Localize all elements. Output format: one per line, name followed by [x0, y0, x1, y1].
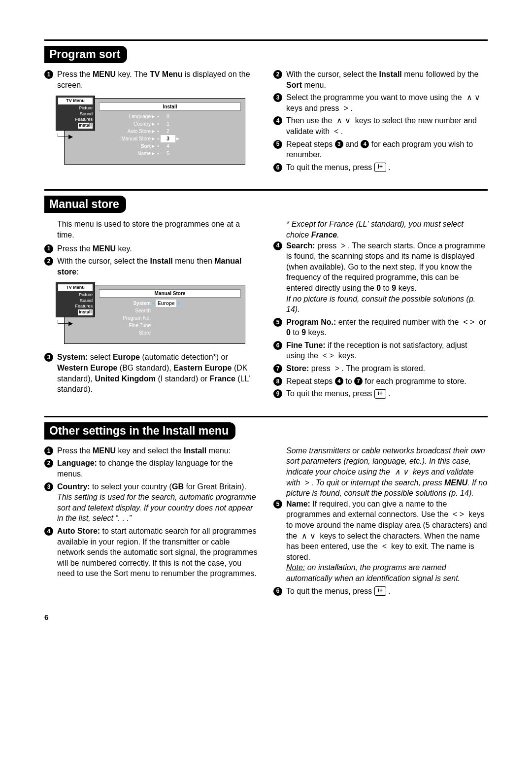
os-step-6: 6 To quit the menus, press i+ . [273, 586, 488, 597]
other-settings-title: Other settings in the Install menu [44, 422, 235, 440]
ps-step-2: 2With the cursor, select the Install men… [273, 69, 488, 90]
ms-step-4: 4 Search: press > . The search starts. O… [273, 240, 488, 315]
os-step-2: 2Language: to change the display languag… [44, 458, 259, 479]
ms-intro: This menu is used to store the programme… [57, 219, 259, 240]
manual-store-title: Manual store [44, 196, 126, 213]
ms-step-9: 9 To quit the menus, press i+ . [273, 388, 488, 399]
ms-step-3: 3System: select Europe (automatic detect… [44, 352, 259, 394]
ps-step-4: 4Then use the ∧ ∨ keys to select the new… [273, 115, 488, 136]
ms-step-7: 7Store: press > . The program is stored. [273, 363, 488, 374]
ms-step-6: 6Fine Tune: if the reception is not sati… [273, 340, 488, 361]
ps-step-5: 5 Repeat steps 3 and 4 for each program … [273, 139, 488, 160]
os-step-4: 4Auto Store: to start automatic search f… [44, 526, 259, 579]
os-step-5: 5 Name: If required, you can give a name… [273, 499, 488, 584]
program-sort-title: Program sort [44, 46, 127, 63]
ms-step-8: 8 Repeat steps 4 to 7 for each programme… [273, 376, 488, 387]
info-key-icon: i+ [374, 163, 386, 172]
os-step-3: 3 Country: to select your country (GB fo… [44, 481, 259, 524]
os-transmitter-note: Some transmitters or cable networks broa… [286, 445, 488, 499]
page-number: 6 [44, 613, 488, 621]
ps-step-6: 6 To quit the menus, press i+ . [273, 162, 488, 173]
os-step-1: 1Press the MENU key and select the Insta… [44, 445, 259, 456]
ms-step-1: 1Press the MENU key. [44, 243, 259, 254]
info-key-icon: i+ [374, 586, 386, 596]
ms-step-2: 2With the cursor, select the Install men… [44, 256, 259, 277]
ps-step-3: 3Select the programme you want to move u… [273, 92, 488, 113]
manual-store-diagram: TV Menu Picture Sound Features Install └… [64, 285, 259, 344]
ms-step-5: 5Program No.: enter the required number … [273, 317, 488, 338]
install-menu-diagram: TV Menu Picture Sound Features Install └… [64, 98, 259, 165]
ms-france-note: * Except for France (LL' standard), you … [286, 219, 488, 240]
ps-step-1: 1 Press the MENU key. The TV Menu is dis… [44, 69, 259, 90]
info-key-icon: i+ [374, 389, 386, 399]
